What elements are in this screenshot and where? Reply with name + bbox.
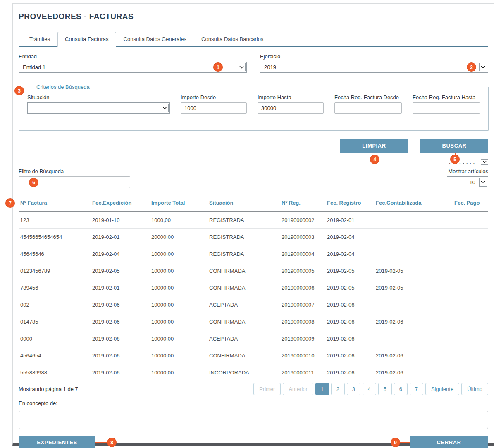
fecha-hasta-field: Fecha Reg. Factura Hasta <box>413 94 480 114</box>
table-row[interactable]: 454566546546542019-02-0120000,00REGISTRA… <box>19 229 488 245</box>
concepto-input[interactable] <box>19 411 488 429</box>
table-cell: 45456654654654 <box>19 229 91 245</box>
fecha-desde-field: Fecha Reg. Factura Desde <box>334 94 402 114</box>
ejercicio-field: Ejercicio 2019 2 <box>260 53 488 73</box>
table-cell: 10000,00 <box>150 245 208 262</box>
concepto-label: En concepto de: <box>19 400 488 406</box>
chevron-down-icon <box>238 63 246 71</box>
page-number-button-5[interactable]: 5 <box>378 383 392 395</box>
table-cell: 555889988 <box>19 364 91 381</box>
table-cell: 2019-02-01 <box>325 212 374 228</box>
table-row[interactable]: 01234567892019-02-0510000,00CONFIRMADA20… <box>19 262 488 279</box>
table-cell <box>374 296 453 313</box>
buscar-button[interactable]: BUSCAR <box>420 139 488 153</box>
annotation-badge-3: 3 <box>14 86 24 95</box>
table-row[interactable]: 0022019-02-0610000,00ACEPTADA20190000007… <box>19 296 488 313</box>
table-cell: ACEPTADA <box>208 330 280 347</box>
page-number-button-6[interactable]: 6 <box>394 383 408 395</box>
table-cell: 123 <box>19 212 91 228</box>
column-header-nº-reg.: Nº Reg. <box>280 196 325 211</box>
limpiar-button[interactable]: LIMPIAR <box>340 139 408 153</box>
table-row[interactable]: 45646542019-02-0610000,00CONFIRMADA20190… <box>19 347 488 364</box>
annotation-badge-8: 8 <box>107 438 117 447</box>
table-cell <box>453 364 488 381</box>
cerrar-button[interactable]: CERRAR <box>410 436 488 448</box>
table-cell <box>374 212 453 228</box>
importe-desde-field: Importe Desde <box>181 94 247 114</box>
annotation-badge-6: 6 <box>29 178 38 187</box>
pagination-status: Mostrando página 1 de 7 <box>19 386 78 392</box>
expedientes-button[interactable]: EXPEDIENTES <box>19 436 95 448</box>
annotation-badge-7: 7 <box>5 198 15 208</box>
table-cell: 20190000010 <box>280 347 325 364</box>
filtro-field: Filtro de Búsqueda 6 <box>19 168 130 188</box>
mini-dropdown[interactable] <box>481 159 488 165</box>
importe-desde-input[interactable] <box>181 102 247 114</box>
entidad-select-value: Entidad 1 <box>23 64 234 70</box>
criterios-fields: Situación Importe Desde Importe Hasta Fe… <box>27 94 480 114</box>
page-last-button[interactable]: Último <box>461 383 488 395</box>
table-row[interactable]: 7894562019-02-0110000,00CONFIRMADA201900… <box>19 279 488 296</box>
table-cell: 2019-02-06 <box>325 364 374 381</box>
chevron-down-icon <box>161 104 169 112</box>
entidad-label: Entidad <box>19 53 247 60</box>
page-number-button-7[interactable]: 7 <box>410 383 423 395</box>
criterios-legend: Criterios de Búsqueda <box>33 84 93 90</box>
table-cell: 2019-02-06 <box>91 313 150 330</box>
tab-tramites[interactable]: Trámites <box>22 32 57 46</box>
chevron-down-icon <box>483 161 487 163</box>
table-row[interactable]: 00002019-02-0610000,00ACEPTADA2019000000… <box>19 330 488 347</box>
table-cell <box>453 296 488 313</box>
column-header-fec.-registro: Fec. Registro <box>325 196 374 211</box>
chevron-down-icon <box>479 178 487 187</box>
page-title: PROVEEDORES - FACTURAS <box>19 12 488 21</box>
table-cell: CONFIRMADA <box>208 279 280 296</box>
criterios-fieldset: Criterios de Búsqueda 3 Situación Import… <box>19 84 489 131</box>
entity-year-row: Entidad Entidad 1 1 Ejercicio 2019 2 <box>19 53 488 73</box>
table-cell <box>453 313 488 330</box>
table-cell: 2019-02-06 <box>91 330 150 347</box>
importe-hasta-input[interactable] <box>258 102 324 114</box>
table-row[interactable]: 0147852019-02-0610000,00CONFIRMADA201900… <box>19 313 488 330</box>
mostrar-select[interactable]: 10 <box>447 176 488 188</box>
table-cell: INCORPORADA <box>208 364 280 381</box>
situacion-select[interactable] <box>27 102 170 114</box>
tab-consulta-facturas[interactable]: Consulta Facturas <box>57 32 116 47</box>
table-cell: 2019-02-01 <box>91 279 150 296</box>
importe-desde-label: Importe Desde <box>181 94 247 100</box>
table-cell: 2019-02-06 <box>325 313 374 330</box>
page-number-button-3[interactable]: 3 <box>347 383 360 395</box>
table-row[interactable]: 456456462019-02-0410000,00REGISTRADA2019… <box>19 245 488 262</box>
page-number-button-4[interactable]: 4 <box>363 383 376 395</box>
pager: PrimerAnterior1234567SiguienteÚltimo <box>253 383 488 395</box>
table-cell <box>453 245 488 262</box>
table-cell <box>453 212 488 228</box>
fecha-desde-input[interactable] <box>334 102 402 114</box>
footer-actions: EXPEDIENTES CERRAR 8 9 <box>19 436 488 448</box>
annotation-connector <box>95 442 107 443</box>
page-number-button-1[interactable]: 1 <box>315 383 329 395</box>
table-cell <box>374 245 453 262</box>
chevron-down-icon <box>479 63 487 71</box>
tab-consulta-datos-generales[interactable]: Consulta Datos Generales <box>116 32 194 46</box>
table-cell: 014785 <box>19 313 91 330</box>
fecha-hasta-input[interactable] <box>413 102 480 114</box>
table-body: 1232019-01-101000,00REGISTRADA2019000000… <box>19 212 488 381</box>
mostrar-field: Mostrar artículos 10 <box>447 168 488 188</box>
table-cell: 20190000011 <box>280 364 325 381</box>
tab-consulta-datos-bancarios[interactable]: Consulta Datos Bancarios <box>194 32 271 46</box>
actions-row: LIMPIAR BUSCAR 4 5 <box>19 139 488 153</box>
table-cell: 2019-01-10 <box>91 212 150 228</box>
page-number-button-2[interactable]: 2 <box>331 383 345 395</box>
ejercicio-select[interactable]: 2019 <box>260 62 488 73</box>
column-header-importe-total: Importe Total <box>150 196 208 211</box>
page-next-button[interactable]: Siguiente <box>425 383 459 395</box>
table-row[interactable]: 5558899882019-02-0610000,00INCORPORADA20… <box>19 364 488 381</box>
table-cell: REGISTRADA <box>208 212 280 228</box>
table-cell <box>453 229 488 245</box>
annotation-connector <box>400 442 410 443</box>
table-cell: 20190000008 <box>280 313 325 330</box>
fecha-hasta-label: Fecha Reg. Factura Hasta <box>413 94 480 100</box>
entidad-select[interactable]: Entidad 1 <box>19 62 247 73</box>
table-row[interactable]: 1232019-01-101000,00REGISTRADA2019000000… <box>19 212 488 229</box>
